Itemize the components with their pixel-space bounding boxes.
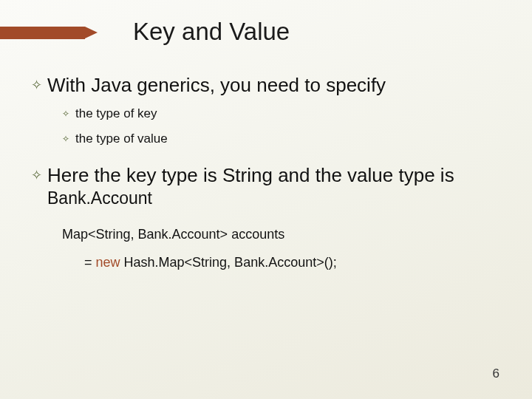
bullet-level2: ✧ the type of key [61, 106, 510, 121]
code-line: = new Hash.Map<String, Bank.Account>(); [84, 253, 510, 271]
bullet-level2: ✧ the type of value [61, 132, 510, 146]
page-number: 6 [493, 366, 499, 381]
diamond-bullet-icon: ✧ [61, 132, 71, 146]
bullet-text: With Java generics, you need to specify [47, 74, 386, 96]
inline-code: Bank.Account [47, 188, 152, 208]
bullet-level1: ✧ With Java generics, you need to specif… [30, 74, 510, 96]
text-run: Here the key type is String and the valu… [47, 164, 454, 186]
diamond-bullet-icon: ✧ [30, 74, 43, 96]
slide-title: Key and Value [133, 18, 290, 46]
text-run: = [84, 255, 96, 270]
bullet-text: the type of value [75, 132, 168, 146]
diamond-bullet-icon: ✧ [61, 106, 71, 121]
code-line: Map<String, Bank.Account> accounts [62, 225, 510, 243]
slide: Key and Value ✧ With Java generics, you … [0, 0, 532, 399]
accent-arrow-bar [0, 27, 85, 39]
bullet-text: Here the key type is String and the valu… [47, 164, 510, 209]
bullet-level1: ✧ Here the key type is String and the va… [30, 164, 510, 209]
text-run: Hash.Map<String, Bank.Account>(); [120, 255, 337, 270]
diamond-bullet-icon: ✧ [30, 164, 43, 186]
code-block: Map<String, Bank.Account> accounts = new… [62, 225, 510, 271]
keyword-new: new [96, 255, 120, 270]
bullet-text: the type of key [75, 106, 157, 121]
slide-content: ✧ With Java generics, you need to specif… [30, 74, 510, 271]
